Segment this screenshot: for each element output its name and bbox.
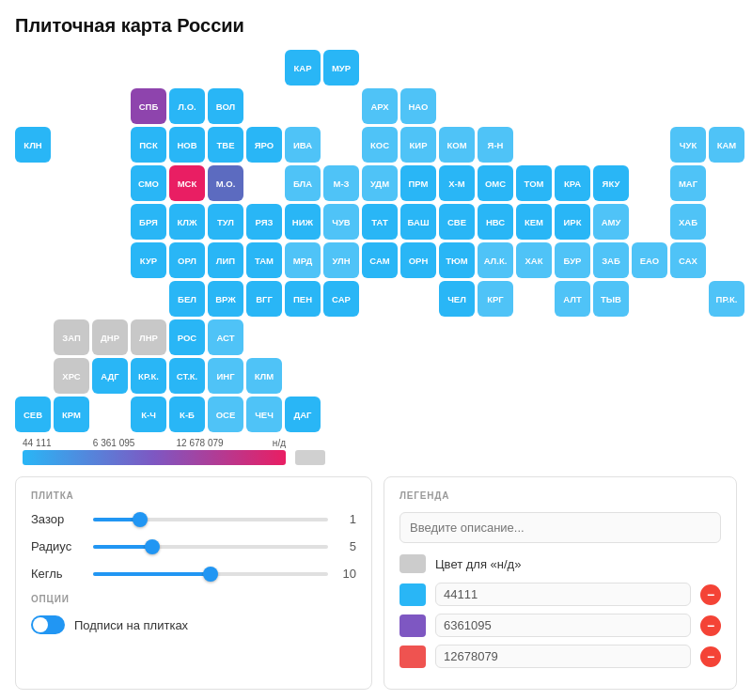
tile-ТВЕ[interactable]: ТВЕ [208, 127, 243, 163]
tile-МО[interactable]: М.О. [208, 165, 243, 201]
tile-УЛН[interactable]: УЛН [323, 242, 359, 278]
tile-ПСК[interactable]: ПСК [131, 127, 166, 163]
legend-description-input[interactable] [400, 512, 721, 543]
tile-ХМ[interactable]: Х-М [439, 165, 475, 201]
tile-КЕМ[interactable]: КЕМ [516, 204, 552, 240]
tile-ОМС[interactable]: ОМС [478, 165, 513, 201]
tile-ЯКУ[interactable]: ЯКУ [593, 165, 629, 201]
tile-ЧУК[interactable]: ЧУК [670, 127, 706, 163]
tile-БУР[interactable]: БУР [555, 242, 590, 278]
tile-АСТ[interactable]: АСТ [208, 319, 243, 355]
tile-ДНР[interactable]: ДНР [92, 319, 128, 355]
tile-ЛО[interactable]: Л.О. [169, 88, 205, 124]
tile-АЛТ[interactable]: АЛТ [555, 281, 590, 317]
tile-ЛИП[interactable]: ЛИП [208, 242, 243, 278]
remove-color-button-1[interactable]: − [700, 615, 721, 636]
tile-ВОЛ[interactable]: ВОЛ [208, 88, 243, 124]
tile-СТК[interactable]: СТ.К. [169, 358, 205, 394]
tile-САХ[interactable]: САХ [670, 242, 706, 278]
tile-КЧ[interactable]: К-Ч [131, 397, 166, 432]
tile-ИРК[interactable]: ИРК [555, 204, 590, 240]
tile-АРХ[interactable]: АРХ [362, 88, 398, 124]
tile-ЧУВ[interactable]: ЧУВ [323, 204, 359, 240]
slider-thumb-2[interactable] [203, 567, 218, 582]
toggle-switch[interactable] [31, 615, 65, 634]
tile-ОРН[interactable]: ОРН [400, 242, 436, 278]
tile-САМ[interactable]: САМ [362, 242, 398, 278]
tile-ХАБ[interactable]: ХАБ [670, 204, 706, 240]
tile-НАО[interactable]: НАО [400, 88, 436, 124]
tile-КРК[interactable]: КР.К. [131, 358, 166, 394]
tile-НИЖ[interactable]: НИЖ [285, 204, 321, 240]
tile-ЧЕЧ[interactable]: ЧЕЧ [246, 397, 282, 432]
remove-color-button-2[interactable]: − [700, 646, 721, 667]
tile-БРЯ[interactable]: БРЯ [131, 204, 166, 240]
tile-ТОМ[interactable]: ТОМ [516, 165, 552, 201]
tile-ОСЕ[interactable]: ОСЕ [208, 397, 243, 432]
slider-track-0[interactable] [93, 518, 328, 521]
tile-ТАМ[interactable]: ТАМ [246, 242, 282, 278]
color-swatch-1[interactable] [400, 614, 426, 637]
tile-ИНГ[interactable]: ИНГ [208, 358, 243, 394]
tile-ВГГ[interactable]: ВГГ [246, 281, 282, 317]
slider-track-2[interactable] [93, 572, 328, 576]
tile-КЛЖ[interactable]: КЛЖ [169, 204, 205, 240]
tile-КРГ[interactable]: КРГ [478, 281, 513, 317]
tile-СМО[interactable]: СМО [131, 165, 166, 201]
tile-МРД[interactable]: МРД [285, 242, 321, 278]
tile-СВЕ[interactable]: СВЕ [439, 204, 475, 240]
tile-РОС[interactable]: РОС [169, 319, 205, 355]
tile-БАШ[interactable]: БАШ [400, 204, 436, 240]
tile-ЕАО[interactable]: ЕАО [632, 242, 667, 278]
tile-НОВ[interactable]: НОВ [169, 127, 205, 163]
tile-КРМ[interactable]: КРМ [54, 397, 89, 432]
tile-РЯЗ[interactable]: РЯЗ [246, 204, 282, 240]
tile-ИВА[interactable]: ИВА [285, 127, 321, 163]
tile-ПРК[interactable]: ПР.К. [709, 281, 744, 317]
tile-ПЕН[interactable]: ПЕН [285, 281, 321, 317]
tile-КУР[interactable]: КУР [131, 242, 166, 278]
tile-МУР[interactable]: МУР [323, 50, 359, 86]
tile-КЛМ[interactable]: КЛМ [246, 358, 282, 394]
tile-АЛК[interactable]: АЛ.К. [478, 242, 513, 278]
tile-КОС[interactable]: КОС [362, 127, 398, 163]
tile-НВС[interactable]: НВС [478, 204, 513, 240]
tile-КАМ[interactable]: КАМ [709, 127, 744, 163]
tile-ЗАП[interactable]: ЗАП [54, 319, 89, 355]
tile-КОМ[interactable]: КОМ [439, 127, 475, 163]
tile-ЯРО[interactable]: ЯРО [246, 127, 282, 163]
tile-ТЫВ[interactable]: ТЫВ [593, 281, 629, 317]
remove-color-button-0[interactable]: − [700, 584, 721, 605]
tile-БЛА[interactable]: БЛА [285, 165, 321, 201]
tile-КЛН[interactable]: КЛН [15, 127, 51, 163]
tile-ЧЕЛ[interactable]: ЧЕЛ [439, 281, 475, 317]
color-swatch-2[interactable] [400, 646, 426, 668]
tile-МАГ[interactable]: МАГ [670, 165, 706, 201]
color-swatch-0[interactable] [400, 583, 426, 606]
tile-КИР[interactable]: КИР [400, 127, 436, 163]
tile-МСК[interactable]: МСК [169, 165, 205, 201]
tile-ТУЛ[interactable]: ТУЛ [208, 204, 243, 240]
tile-МЗ[interactable]: М-З [323, 165, 359, 201]
tile-БЕЛ[interactable]: БЕЛ [169, 281, 205, 317]
tile-КАР[interactable]: КАР [285, 50, 321, 86]
tile-ЛНР[interactable]: ЛНР [131, 319, 166, 355]
tile-ХРС[interactable]: ХРС [54, 358, 89, 394]
tile-ТАТ[interactable]: ТАТ [362, 204, 398, 240]
tile-АМУ[interactable]: АМУ [593, 204, 629, 240]
tile-АДГ[interactable]: АДГ [92, 358, 128, 394]
tile-ТЮМ[interactable]: ТЮМ [439, 242, 475, 278]
tile-ОРЛ[interactable]: ОРЛ [169, 242, 205, 278]
tile-ДАГ[interactable]: ДАГ [285, 397, 321, 432]
tile-ХАК[interactable]: ХАК [516, 242, 552, 278]
tile-САР[interactable]: САР [323, 281, 359, 317]
tile-СЕВ[interactable]: СЕВ [15, 397, 51, 432]
tile-ПРМ[interactable]: ПРМ [400, 165, 436, 201]
tile-УДМ[interactable]: УДМ [362, 165, 398, 201]
slider-thumb-0[interactable] [133, 512, 148, 527]
tile-СПБ[interactable]: СПБ [131, 88, 166, 124]
slider-thumb-1[interactable] [145, 539, 160, 554]
tile-ВРЖ[interactable]: ВРЖ [208, 281, 243, 317]
tile-КБ[interactable]: К-Б [169, 397, 205, 432]
tile-КРА[interactable]: КРА [555, 165, 590, 201]
